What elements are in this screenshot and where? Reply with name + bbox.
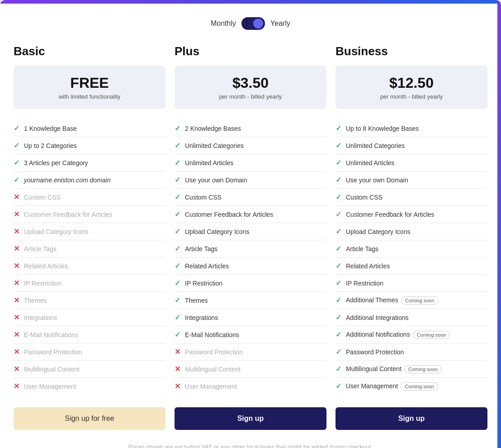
check-icon: ✓ [336, 227, 341, 236]
list-item: ✓Related Articles [336, 257, 487, 275]
list-item: ✓Unlimited Categories [336, 137, 487, 154]
feature-text: 1 Knowledge Base [24, 125, 77, 132]
check-icon: ✓ [336, 365, 341, 373]
feature-list-basic: ✓1 Knowledge Base✓Up to 2 Categories✓3 A… [14, 120, 165, 395]
plans-grid: BasicFREEwith limited functionality✓1 Kn… [14, 44, 487, 430]
list-item: ✓Unlimited Categories [175, 137, 326, 154]
monthly-label: Monthly [211, 19, 236, 28]
x-icon: ✕ [14, 262, 19, 270]
feature-text: User Management [24, 383, 76, 390]
check-icon: ✓ [336, 296, 341, 305]
check-icon: ✓ [14, 176, 19, 184]
feature-text: Password Protection [185, 348, 243, 356]
price-box-plus: $3.50per month - billed yearly [175, 66, 326, 109]
feature-text: IP Restriction [24, 280, 61, 287]
cta-area-plus: Sign up [175, 407, 326, 430]
x-icon: ✕ [14, 210, 19, 219]
feature-text: Additional NotificationsComing soon [346, 331, 450, 339]
feature-text: yourname.eniston.com domain [24, 176, 110, 184]
plan-plus: Plus$3.50per month - billed yearly✓2 Kno… [175, 44, 326, 430]
coming-soon-badge: Coming soon [404, 365, 442, 373]
check-icon: ✓ [14, 158, 19, 167]
price-sub-business: per month - billed yearly [380, 93, 443, 100]
cta-button-basic[interactable]: Sign up for free [14, 407, 165, 430]
footer-note: Prices shown are excluding VAT or any ot… [14, 443, 487, 448]
top-bar [0, 0, 501, 4]
cta-button-business[interactable]: Sign up [336, 407, 487, 430]
x-icon: ✕ [175, 382, 180, 391]
list-item: ✓Unlimited Articles [336, 154, 487, 172]
plan-business: Business$12.50per month - billed yearly✓… [336, 44, 487, 430]
feature-text: Related Articles [24, 262, 68, 270]
price-box-basic: FREEwith limited functionality [14, 66, 165, 109]
feature-text: User ManagementComing soon [346, 382, 438, 391]
plan-title-basic: Basic [14, 44, 165, 58]
feature-text: Unlimited Articles [185, 159, 233, 167]
price-main-business: $12.50 [389, 75, 434, 91]
list-item: ✕E-Mail Notifications [14, 326, 165, 343]
billing-toggle-area: Monthly Yearly [14, 17, 487, 30]
feature-text: Unlimited Categories [185, 142, 244, 149]
feature-text: Upload Category Icons [346, 228, 410, 235]
yearly-label: Yearly [270, 19, 290, 28]
feature-text: Password Protection [346, 348, 404, 356]
check-icon: ✓ [175, 124, 180, 133]
check-icon: ✓ [336, 262, 341, 270]
plan-basic: BasicFREEwith limited functionality✓1 Kn… [14, 44, 165, 430]
list-item: ✓Multilingual ContentComing soon [336, 361, 487, 378]
list-item: ✕Integrations [14, 309, 165, 326]
feature-text: IP Restriction [346, 280, 383, 287]
check-icon: ✓ [175, 141, 180, 150]
feature-text: Unlimited Articles [346, 159, 394, 167]
x-icon: ✕ [175, 365, 180, 373]
list-item: ✕Multilingual Content [14, 361, 165, 378]
feature-text: IP Restriction [185, 280, 222, 287]
feature-text: Custom CSS [185, 194, 222, 201]
check-icon: ✓ [336, 176, 341, 184]
cta-button-plus[interactable]: Sign up [175, 407, 326, 430]
check-icon: ✓ [336, 124, 341, 133]
feature-text: Multilingual Content [185, 366, 241, 373]
check-icon: ✓ [175, 262, 180, 270]
x-icon: ✕ [14, 227, 19, 236]
feature-text: Use your own Domain [185, 176, 247, 184]
list-item: ✕Multilingual Content [175, 361, 326, 378]
feature-text: Themes [185, 297, 208, 304]
list-item: ✕Custom CSS [14, 189, 165, 206]
pricing-page: Monthly Yearly BasicFREEwith limited fun… [0, 0, 501, 448]
check-icon: ✓ [175, 279, 180, 287]
list-item: ✓User ManagementComing soon [336, 378, 487, 395]
feature-text: E-Mail Notifications [185, 331, 239, 338]
list-item: ✕Article Tags [14, 240, 165, 257]
feature-text: Multilingual Content [24, 366, 80, 373]
cta-area-business: Sign up [336, 407, 487, 430]
x-icon: ✕ [14, 382, 19, 391]
feature-list-plus: ✓2 Knowledge Bases✓Unlimited Categories✓… [175, 120, 326, 395]
x-icon: ✕ [14, 244, 19, 253]
billing-toggle[interactable] [241, 17, 265, 30]
x-icon: ✕ [175, 348, 180, 356]
check-icon: ✓ [175, 227, 180, 236]
feature-text: Up to 8 Knowledge Bases [346, 125, 419, 132]
plan-title-business: Business [336, 44, 487, 58]
check-icon: ✓ [336, 279, 341, 287]
list-item: ✓Up to 8 Knowledge Bases [336, 120, 487, 137]
feature-text: 2 Knowledge Bases [185, 125, 241, 132]
check-icon: ✓ [175, 296, 180, 305]
feature-text: Related Articles [185, 262, 229, 270]
feature-text: Additional Integrations [346, 314, 409, 321]
check-icon: ✓ [175, 210, 180, 219]
check-icon: ✓ [14, 124, 19, 133]
list-item: ✓Upload Category Icons [336, 223, 487, 240]
feature-text: Additional ThemesComing soon [346, 296, 439, 305]
check-icon: ✓ [336, 348, 341, 356]
feature-list-business: ✓Up to 8 Knowledge Bases✓Unlimited Categ… [336, 120, 487, 395]
list-item: ✓1 Knowledge Base [14, 120, 165, 137]
check-icon: ✓ [336, 210, 341, 219]
check-icon: ✓ [336, 382, 341, 391]
feature-text: Integrations [24, 314, 57, 321]
list-item: ✓2 Knowledge Bases [175, 120, 326, 137]
feature-text: Up to 2 Categories [24, 142, 77, 149]
list-item: ✓Themes [175, 292, 326, 309]
check-icon: ✓ [336, 141, 341, 150]
